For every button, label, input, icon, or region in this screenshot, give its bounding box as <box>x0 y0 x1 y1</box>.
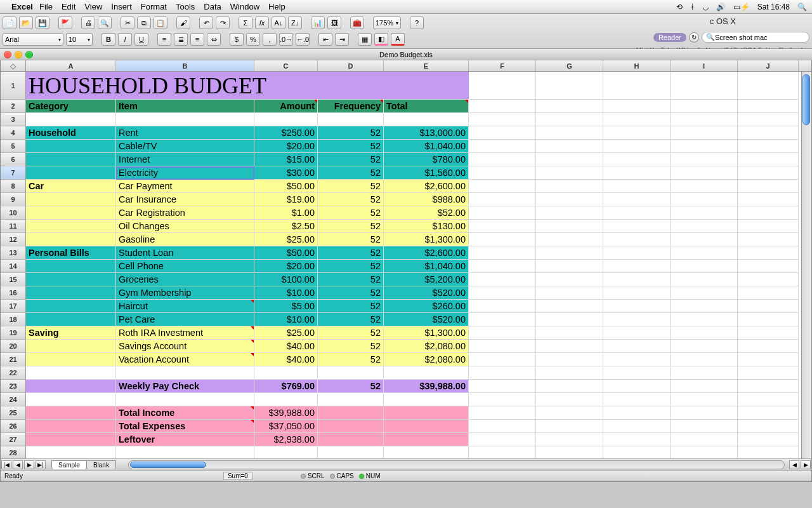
volume-icon[interactable]: 🔊 <box>716 3 726 11</box>
cell[interactable]: Car Registration <box>116 206 254 220</box>
cell[interactable] <box>469 340 536 353</box>
cell[interactable] <box>738 340 799 353</box>
cell[interactable] <box>671 113 738 126</box>
italic-button[interactable]: I <box>118 33 132 46</box>
cell[interactable] <box>738 366 799 380</box>
cell[interactable] <box>671 300 738 313</box>
cell[interactable]: Internet <box>116 153 254 166</box>
cell[interactable]: Car Insurance <box>116 193 254 206</box>
cell[interactable] <box>603 140 671 153</box>
paste-button[interactable]: 📋 <box>154 17 167 29</box>
cell[interactable] <box>26 353 116 366</box>
cell[interactable]: Amount <box>254 100 318 113</box>
menu-view[interactable]: View <box>84 2 102 11</box>
row-header[interactable]: 10 <box>1 206 26 220</box>
fill-color-button[interactable]: ◧ <box>374 33 388 46</box>
cell[interactable]: Pet Care <box>116 313 254 326</box>
cell[interactable] <box>536 313 603 326</box>
cell[interactable] <box>26 113 116 126</box>
cell[interactable] <box>738 166 799 180</box>
cell[interactable]: 52 <box>318 326 384 340</box>
cell[interactable]: Item <box>116 100 254 113</box>
cell[interactable] <box>26 286 116 300</box>
cell[interactable] <box>469 206 536 220</box>
cell[interactable]: Weekly Pay Check <box>116 380 254 393</box>
comma-button[interactable]: , <box>263 33 277 46</box>
cell[interactable]: $19.00 <box>254 193 318 206</box>
cell[interactable] <box>469 233 536 246</box>
cell[interactable] <box>384 433 469 446</box>
menu-format[interactable]: Format <box>141 2 167 11</box>
col-header-g[interactable]: G <box>536 60 603 71</box>
cell[interactable] <box>738 273 799 286</box>
cell[interactable]: $2,080.00 <box>384 340 469 353</box>
cell[interactable] <box>469 313 536 326</box>
horizontal-scrollbar[interactable] <box>128 460 785 469</box>
borders-button[interactable]: ▦ <box>358 33 372 46</box>
menu-tools[interactable]: Tools <box>176 2 195 11</box>
cell[interactable]: $1,560.00 <box>384 166 469 180</box>
cell[interactable] <box>536 326 603 340</box>
cell[interactable] <box>536 300 603 313</box>
cell[interactable] <box>26 166 116 180</box>
cell[interactable] <box>671 406 738 420</box>
cell[interactable] <box>469 433 536 446</box>
cell[interactable] <box>469 166 536 180</box>
zoom-select[interactable]: 175%▾ <box>373 17 401 29</box>
merge-button[interactable]: ⇔ <box>207 33 221 46</box>
cell[interactable] <box>536 420 603 433</box>
font-color-button[interactable]: A <box>391 33 405 46</box>
cell[interactable] <box>536 153 603 166</box>
cell[interactable] <box>603 206 671 220</box>
cell[interactable] <box>26 193 116 206</box>
print-button[interactable]: 🖨 <box>81 17 95 29</box>
cell[interactable]: Household <box>26 126 116 140</box>
cell[interactable] <box>671 326 738 340</box>
cell[interactable] <box>26 140 116 153</box>
cell[interactable]: Oil Changes <box>116 220 254 233</box>
cell[interactable] <box>738 393 799 406</box>
menu-data[interactable]: Data <box>204 2 221 11</box>
col-header-f[interactable]: F <box>469 60 536 71</box>
cell[interactable] <box>738 72 799 100</box>
cell[interactable]: $5.00 <box>254 300 318 313</box>
cell[interactable]: Rent <box>116 126 254 140</box>
format-painter-button[interactable]: 🖌 <box>176 17 190 29</box>
cell[interactable] <box>469 180 536 193</box>
increase-decimal-button[interactable]: .0→ <box>279 33 293 46</box>
save-button[interactable]: 💾 <box>36 17 49 29</box>
cell[interactable] <box>536 233 603 246</box>
cell[interactable]: Total Income <box>116 406 254 420</box>
cell[interactable] <box>738 220 799 233</box>
cell[interactable] <box>536 100 603 113</box>
font-select[interactable]: Arial▾ <box>3 33 63 46</box>
chart-button[interactable]: 📊 <box>311 17 325 29</box>
cell[interactable]: $30.00 <box>254 166 318 180</box>
redo-button[interactable]: ↷ <box>216 17 230 29</box>
cell[interactable] <box>469 286 536 300</box>
cell[interactable]: 52 <box>318 180 384 193</box>
cell[interactable] <box>26 260 116 273</box>
row-header[interactable]: 21 <box>1 353 26 366</box>
cell[interactable] <box>469 393 536 406</box>
cell[interactable]: $100.00 <box>254 273 318 286</box>
cell[interactable] <box>603 366 671 380</box>
cell[interactable]: Vacation Account <box>116 353 254 366</box>
row-header[interactable]: 7 <box>1 166 26 180</box>
cell[interactable] <box>603 153 671 166</box>
cell[interactable] <box>384 393 469 406</box>
cell[interactable]: 52 <box>318 220 384 233</box>
row-header[interactable]: 13 <box>1 246 26 260</box>
cell[interactable] <box>671 100 738 113</box>
timemachine-icon[interactable]: ⟲ <box>676 3 683 11</box>
function-button[interactable]: fx <box>255 17 269 29</box>
cell[interactable] <box>26 433 116 446</box>
cut-button[interactable]: ✂ <box>121 17 134 29</box>
sort-desc-button[interactable]: Z↓ <box>288 17 302 29</box>
cell[interactable] <box>254 393 318 406</box>
cell[interactable] <box>26 153 116 166</box>
autosum-button[interactable]: Σ <box>239 17 252 29</box>
cell[interactable] <box>26 393 116 406</box>
bluetooth-icon[interactable]: ᚼ <box>690 3 695 11</box>
cell[interactable]: $40.00 <box>254 353 318 366</box>
